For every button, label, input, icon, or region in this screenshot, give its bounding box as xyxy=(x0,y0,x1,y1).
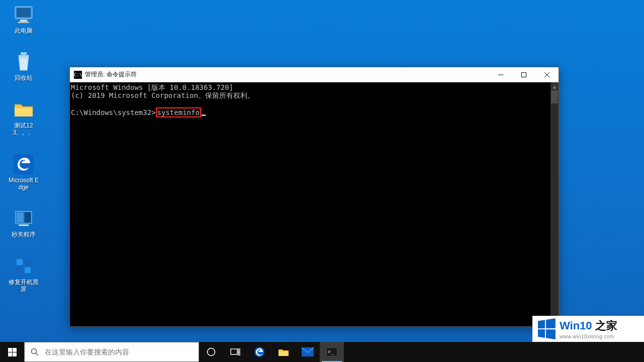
desktop-icon-seconds-shutdown[interactable]: 秒关程序 xyxy=(6,207,41,239)
svg-rect-1 xyxy=(17,8,31,17)
start-button[interactable] xyxy=(0,342,24,362)
search-input[interactable] xyxy=(45,348,199,356)
svg-point-24 xyxy=(208,348,215,356)
cmd-prompt-prefix: C:\Windows\system32> xyxy=(71,108,156,116)
desktop-icon-this-pc[interactable]: 此电脑 xyxy=(6,3,41,35)
cmd-window[interactable]: C:\ 管理员: 命令提示符 Microsoft Windows [版本 10.… xyxy=(69,67,559,327)
recycle-bin-icon xyxy=(13,51,34,72)
cmd-output-line: Microsoft Windows [版本 10.0.18363.720] xyxy=(70,83,559,91)
watermark-text: Win10 之家 www.win10xitong.com xyxy=(560,318,617,339)
svg-rect-4 xyxy=(21,52,27,55)
minimize-button[interactable] xyxy=(489,67,512,82)
svg-rect-12 xyxy=(17,267,23,273)
watermark-logo xyxy=(536,320,555,338)
repair-icon xyxy=(13,256,34,277)
windows-logo-icon xyxy=(538,318,556,339)
desktop-icon-fix-boot[interactable]: 修复开机黑屏 xyxy=(6,255,41,294)
cmd-output-line: (c) 2019 Microsoft Corporation。保留所有权利。 xyxy=(70,91,559,99)
mail-icon xyxy=(302,347,314,356)
watermark: Win10 之家 www.win10xitong.com xyxy=(532,316,644,342)
task-view-icon xyxy=(230,348,240,356)
watermark-url: www.win10xitong.com xyxy=(560,333,617,339)
desktop: 此电脑 回收站 测试123。。。 Microsoft Edge 秒关程序 xyxy=(0,0,644,362)
taskbar: >_ xyxy=(0,342,644,362)
desktop-icon-edge[interactable]: Microsoft Edge xyxy=(6,153,41,192)
svg-rect-20 xyxy=(8,352,12,356)
cortana-icon xyxy=(207,347,216,356)
svg-rect-13 xyxy=(25,267,31,273)
desktop-icon-folder-test[interactable]: 测试123。。。 xyxy=(6,98,41,138)
computer-icon xyxy=(13,4,34,25)
svg-rect-3 xyxy=(18,22,29,23)
svg-rect-26 xyxy=(238,349,240,351)
program-icon xyxy=(13,208,34,229)
svg-rect-10 xyxy=(17,259,23,265)
edge-icon xyxy=(253,346,265,358)
cmd-cursor xyxy=(202,114,206,116)
cmd-command-highlight: systeminfo xyxy=(156,107,201,117)
svg-rect-18 xyxy=(8,348,12,352)
taskbar-edge[interactable] xyxy=(247,342,271,362)
svg-rect-21 xyxy=(13,352,17,356)
svg-rect-2 xyxy=(20,20,27,22)
svg-rect-8 xyxy=(25,212,31,222)
close-button[interactable] xyxy=(535,67,559,82)
search-icon xyxy=(25,348,45,356)
folder-icon xyxy=(13,99,34,120)
maximize-button[interactable] xyxy=(512,67,535,82)
desktop-icon-label: 修复开机黑屏 xyxy=(7,279,40,293)
titlebar[interactable]: C:\ 管理员: 命令提示符 xyxy=(70,67,559,82)
taskbar-search[interactable] xyxy=(24,342,199,362)
cmd-icon: >_ xyxy=(326,347,337,356)
svg-rect-7 xyxy=(17,212,24,222)
cmd-scrollbar[interactable]: ▲ ▼ xyxy=(550,82,559,326)
desktop-icon-label: 测试123。。。 xyxy=(7,122,40,137)
window-controls xyxy=(489,67,559,82)
svg-rect-19 xyxy=(13,348,17,352)
taskbar-cmd[interactable]: >_ xyxy=(320,342,344,362)
svg-rect-15 xyxy=(522,72,526,77)
svg-rect-9 xyxy=(19,224,29,226)
watermark-brand-prefix: Win10 xyxy=(560,319,592,332)
taskbar-items: >_ xyxy=(199,342,344,362)
taskbar-file-explorer[interactable] xyxy=(271,342,296,362)
svg-rect-27 xyxy=(238,352,240,355)
desktop-icon-label: 秒关程序 xyxy=(12,231,36,238)
taskbar-cortana[interactable] xyxy=(199,342,223,362)
cmd-app-icon: C:\ xyxy=(74,71,82,79)
desktop-icon-label: 回收站 xyxy=(15,74,33,81)
windows-start-icon xyxy=(8,348,17,356)
window-title: 管理员: 命令提示符 xyxy=(85,70,489,79)
cmd-prompt-line: C:\Windows\system32>systeminfo xyxy=(70,107,559,117)
desktop-icon-recycle-bin[interactable]: 回收站 xyxy=(6,50,41,82)
cmd-body[interactable]: Microsoft Windows [版本 10.0.18363.720] (c… xyxy=(70,82,559,326)
cmd-blank-line xyxy=(70,99,559,107)
taskbar-mail[interactable] xyxy=(296,342,320,362)
scroll-up-arrow-icon[interactable]: ▲ xyxy=(550,82,559,90)
svg-rect-5 xyxy=(14,154,34,174)
taskbar-task-view[interactable] xyxy=(223,342,247,362)
svg-line-23 xyxy=(36,353,39,356)
desktop-icon-label: Microsoft Edge xyxy=(7,177,40,191)
scroll-thumb[interactable] xyxy=(551,90,558,103)
desktop-icon-label: 此电脑 xyxy=(15,27,33,34)
desktop-icons: 此电脑 回收站 测试123。。。 Microsoft Edge 秒关程序 xyxy=(6,3,41,294)
svg-rect-11 xyxy=(25,259,31,265)
svg-text:>_: >_ xyxy=(328,349,334,355)
svg-rect-25 xyxy=(231,349,237,354)
edge-icon xyxy=(13,154,34,175)
watermark-brand-suffix: 之家 xyxy=(592,319,617,332)
folder-icon xyxy=(278,347,289,356)
svg-point-22 xyxy=(32,349,37,354)
